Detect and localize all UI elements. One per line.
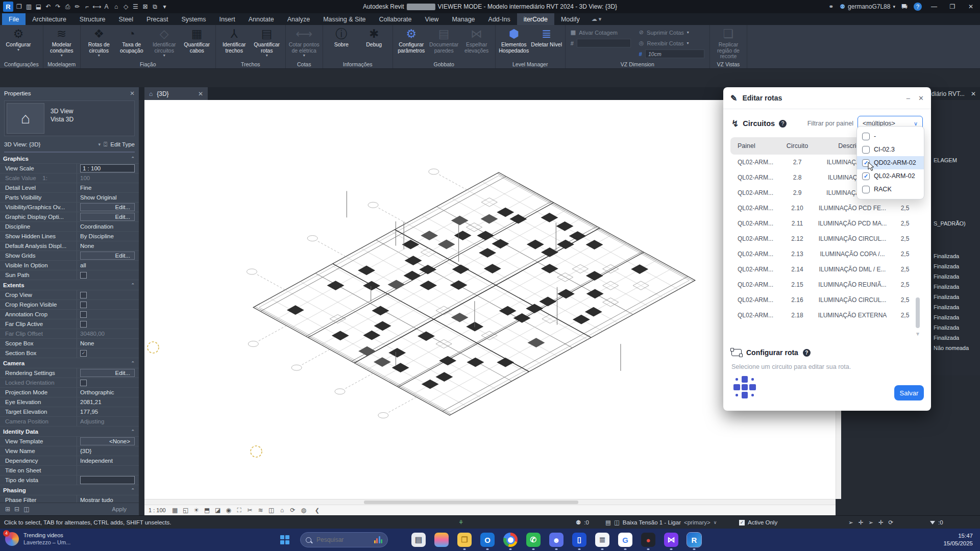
filter-option-qd02-arm-02[interactable]: ✓QD02-ARM-02 — [857, 156, 924, 169]
qat-icon[interactable]: ⬓ — [34, 2, 43, 12]
view-control-icon[interactable]: ◉ — [224, 507, 233, 514]
circuit-row[interactable]: QL02-ARM...2.10ILUMINAÇÃO PCD FE...2,5 — [730, 201, 923, 216]
ribbon-tab-annotate[interactable]: Annotate — [242, 13, 281, 25]
ribbon-button-modelar-conduites[interactable]: ≋Modelar conduítes▾ — [45, 26, 78, 61]
dimension-value-input[interactable]: 10cm — [645, 49, 704, 58]
view-tab-background[interactable]: diário RVT... — [932, 90, 965, 97]
revit-logo-icon[interactable]: R — [3, 2, 13, 12]
view-scale-button[interactable]: 1 : 100 — [149, 507, 166, 513]
filter-option-ql02-arm-02[interactable]: ✓QL02-ARM-02 — [857, 169, 924, 183]
property-value-field[interactable] — [80, 476, 135, 484]
view-control-icon[interactable]: ⛶ — [235, 507, 244, 514]
ribbon-button-taxa-de-ocupacao[interactable]: ◔Taxa de ocupação — [115, 26, 148, 61]
selection-tool-icon[interactable]: ✛ — [878, 519, 884, 526]
ribbon-tab-manage[interactable]: Manage — [445, 13, 481, 25]
properties-help-icon[interactable]: ⊞ — [5, 506, 10, 513]
circuit-row[interactable]: QL02-ARM...2.15ILUMINAÇÃO REUNIÃ...2,5 — [730, 277, 923, 292]
property-value[interactable]: all — [80, 262, 86, 268]
cart-icon[interactable]: ⛟ — [901, 3, 908, 10]
properties-filter-icon[interactable]: ◫ — [23, 506, 29, 513]
qat-icon[interactable]: ▥ — [24, 2, 34, 12]
close-button[interactable]: ✕ — [965, 3, 977, 10]
ribbon-button-sobre[interactable]: ⓘSobre — [325, 26, 358, 61]
messenger-icon[interactable]: ☻ — [549, 533, 564, 547]
msn-icon[interactable] — [434, 533, 449, 547]
property-value[interactable]: 2081,21 — [80, 399, 102, 405]
qat-icon[interactable]: ❐ — [14, 2, 24, 12]
help-icon[interactable]: ? — [914, 3, 922, 11]
file-icon[interactable]: ▤ — [411, 533, 426, 547]
property-value[interactable]: Orthographic — [80, 389, 114, 395]
view-selector[interactable]: 3D View: {3D} ▾ — [4, 141, 101, 147]
search-icon[interactable]: ⚭ — [828, 3, 834, 10]
workset-control[interactable]: ▤ ◫ Baixa Tensão 1 - Ligar <primary> ∨ — [605, 516, 717, 529]
view-control-icon[interactable]: ⬒ — [203, 507, 212, 514]
checkbox[interactable] — [80, 292, 87, 298]
column-header[interactable]: Circuito — [779, 142, 815, 149]
circuit-row[interactable]: QL02-ARM...2.12ILUMINAÇÃO CIRCUL...2,5 — [730, 231, 923, 246]
selection-tool-icon[interactable]: ➢ — [848, 519, 853, 526]
edit-type-button[interactable]: Edit Type — [110, 141, 135, 147]
previous-icon[interactable]: ❮ — [315, 507, 320, 514]
property-value[interactable]: {3D} — [80, 448, 91, 454]
ribbon-tab-collaborate[interactable]: Collaborate — [373, 13, 419, 25]
checkbox[interactable] — [80, 272, 87, 279]
edit-button[interactable]: Edit... — [80, 252, 135, 260]
whatsapp-icon[interactable]: ✆ — [526, 533, 541, 547]
qat-icon[interactable]: ↶ — [43, 2, 53, 12]
checkbox-checked[interactable]: ✓ — [862, 172, 870, 180]
circuit-row[interactable]: QL02-ARM...2.13ILUMINAÇÃO COPA /...2,5 — [730, 246, 923, 262]
view-control-icon[interactable]: ☀ — [192, 507, 201, 514]
help-icon[interactable]: ? — [779, 120, 787, 128]
save-button[interactable]: Salvar — [894, 385, 924, 400]
checkbox[interactable] — [80, 321, 87, 328]
close-icon[interactable]: ✕ — [971, 90, 976, 97]
phone-link-icon[interactable]: ▯ — [572, 533, 586, 547]
qat-icon[interactable]: ✏ — [72, 2, 82, 12]
view-control-icon[interactable]: ⟳ — [288, 507, 298, 514]
ribbon-button-configurar-parametros[interactable]: ⚙Configurar parâmetros — [395, 26, 428, 61]
property-value[interactable]: None — [80, 243, 94, 249]
qat-icon[interactable]: ⟷ — [92, 2, 102, 12]
view-control-icon[interactable]: ◫ — [267, 507, 276, 514]
view-control-icon[interactable]: ◍ — [299, 507, 308, 514]
search-input[interactable] — [315, 536, 364, 544]
ribbon-tab-steel[interactable]: Steel — [112, 13, 140, 25]
checkbox[interactable] — [862, 133, 870, 140]
view-control-icon[interactable]: ▦ — [170, 507, 180, 514]
filter-option-ci-02-3[interactable]: CI-02.3 — [857, 143, 924, 156]
checkbox[interactable] — [862, 186, 870, 193]
horizontal-scrollbar[interactable] — [144, 499, 836, 505]
property-value[interactable]: By Discipline — [80, 233, 114, 239]
checkbox[interactable] — [80, 302, 87, 308]
dialog-close-button[interactable]: ✕ — [918, 94, 924, 102]
qat-icon[interactable]: ◇ — [121, 2, 131, 12]
suprimir-cotas-button[interactable]: ⊘Suprimir Cotas▾ — [639, 28, 704, 37]
start-button[interactable] — [280, 535, 289, 544]
taskbar-clock[interactable]: 15:47 15/05/2025 — [943, 532, 973, 547]
edit-button[interactable]: Edit... — [80, 213, 135, 221]
circuit-row[interactable]: QL02-ARM...2.18ILUMINAÇÃO EXTERNA2,5 — [730, 308, 923, 323]
dialog-minimize-button[interactable]: – — [906, 94, 910, 102]
qat-icon[interactable]: ☰ — [131, 2, 140, 12]
ribbon-tab-systems[interactable]: Systems — [175, 13, 212, 25]
ribbon-tab-insert[interactable]: Insert — [212, 13, 241, 25]
close-icon[interactable]: ✕ — [198, 90, 203, 97]
dimension-input[interactable] — [577, 39, 631, 47]
explorer-icon[interactable]: ❒ — [457, 533, 472, 547]
taskbar-search[interactable] — [300, 532, 388, 547]
property-value[interactable]: Independent — [80, 458, 113, 464]
ribbon-button-configurar[interactable]: ⚙Configurar▾ — [2, 26, 35, 61]
property-value[interactable]: Fine — [80, 185, 91, 191]
qat-icon[interactable]: ⊠ — [140, 2, 150, 12]
ribbon-button-quantificar-cabos[interactable]: ▦Quantificar cabos — [181, 26, 213, 61]
ribbon-button-elementos-hospedados[interactable]: ⬢Elementos Hospedados — [498, 26, 530, 61]
minimize-button[interactable]: — — [928, 3, 940, 10]
news-widget[interactable]: 4 Trending videos Lavertezzo – Um... — [5, 532, 70, 546]
edit-button[interactable]: Edit... — [80, 369, 135, 377]
ativar-cotagem-button[interactable]: ▦Ativar Cotagem — [571, 28, 631, 37]
column-header[interactable]: Painel — [730, 142, 779, 149]
active-only-toggle[interactable]: ✓ Active Only — [739, 516, 777, 529]
properties-list-icon[interactable]: ⊟ — [14, 506, 19, 513]
property-value-field[interactable]: 1 : 100 — [80, 164, 135, 172]
